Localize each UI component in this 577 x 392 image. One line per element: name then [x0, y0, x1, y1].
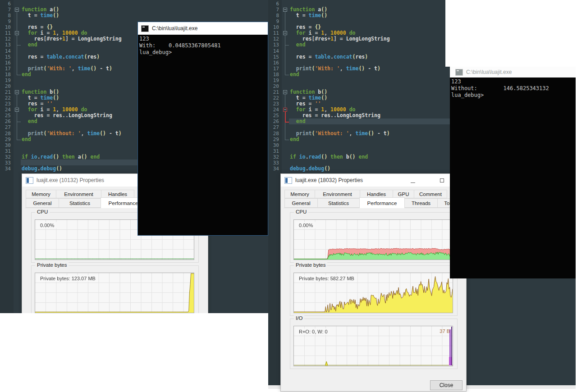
code-token: end — [296, 118, 306, 124]
line-number: 34 — [268, 166, 279, 172]
fold-marker[interactable] — [15, 90, 19, 94]
code-line: t = time() — [22, 95, 59, 101]
code-token: function — [290, 6, 315, 13]
code-token: res — [302, 112, 312, 119]
line-number: 10 — [268, 24, 279, 30]
code-token: LongLongString — [337, 112, 380, 119]
line-number: 11 — [268, 30, 279, 36]
code-token: () — [358, 65, 365, 72]
code-token: - — [365, 65, 374, 72]
line-number: 24 — [0, 107, 11, 113]
code-token: [# — [311, 36, 318, 42]
code-token: () — [53, 12, 59, 18]
code-token: res — [318, 36, 327, 42]
tab-statistics[interactable]: Statistics — [317, 198, 360, 208]
code-token: print — [296, 130, 312, 137]
group-label: CPU — [35, 209, 50, 214]
code-token: = — [312, 30, 321, 36]
code-token — [290, 12, 296, 18]
tab-environment[interactable]: Environment — [56, 190, 101, 198]
code-token: = — [306, 100, 315, 107]
code-token — [22, 24, 28, 30]
code-token: io — [31, 154, 37, 160]
code-token: - — [106, 130, 115, 137]
code-token: 'Without: ' — [315, 130, 349, 137]
line-number: 29 — [268, 137, 279, 142]
line-number: 23 — [268, 101, 279, 107]
code-token: t — [106, 65, 109, 72]
code-token: = — [312, 106, 321, 113]
tab-general[interactable]: General — [284, 198, 318, 208]
code-token: () — [321, 12, 327, 18]
terminal-screen[interactable]: 123With: 0.04853367805481lua_debug> — [138, 35, 268, 235]
code-token: io — [299, 154, 306, 160]
line-number: 21 — [268, 89, 279, 95]
code-token — [22, 36, 34, 42]
line-number: 12 — [268, 36, 279, 42]
line-number: 27 — [0, 124, 11, 130]
code-token: . — [306, 154, 309, 160]
code-token: i — [41, 106, 44, 113]
code-token: .. — [330, 112, 337, 119]
properties-window-18032: luajit.exe (18032) Properties MemoryEnvi… — [280, 173, 467, 392]
code-token: time — [309, 95, 321, 101]
line-number: 26 — [268, 119, 279, 124]
line-number: 8 — [268, 13, 279, 18]
code-token: 'With: ' — [315, 65, 339, 72]
fold-marker[interactable] — [15, 31, 19, 35]
minimize-button[interactable] — [406, 177, 420, 184]
fold-marker[interactable] — [283, 31, 287, 35]
code-token: , — [324, 106, 330, 113]
tab-general[interactable]: General — [26, 198, 59, 208]
console-window-without: C:\bin\lua\luajit.exe 123Without: 146.58… — [450, 67, 576, 278]
code-token: res — [34, 112, 44, 119]
terminal-screen[interactable]: 123Without: 146.5825343132lua_debug> — [450, 77, 576, 278]
private-bytes-graph: Private bytes: 582.27 MB — [293, 273, 453, 313]
code-token: read — [309, 154, 321, 160]
console-window-with: C:\bin\lua\luajit.exe 123With: 0.0485336… — [137, 22, 268, 236]
fold-marker[interactable] — [15, 8, 19, 12]
code-token — [75, 154, 78, 160]
line-number: 15 — [0, 54, 11, 60]
window-titlebar[interactable]: C:\bin\lua\luajit.exe — [450, 67, 576, 77]
code-token: 'With: ' — [46, 65, 71, 72]
code-token: . — [37, 154, 41, 160]
tab-memory[interactable]: Memory — [284, 190, 315, 198]
window-titlebar[interactable]: C:\bin\lua\luajit.exe — [138, 22, 268, 35]
code-token — [22, 130, 28, 137]
tab-statistics[interactable]: Statistics — [59, 198, 101, 208]
background-window — [445, 0, 577, 67]
fold-marker[interactable] — [283, 108, 287, 112]
code-token: () — [321, 154, 327, 160]
line-number: 16 — [268, 60, 279, 66]
line-number: 30 — [268, 142, 279, 148]
fold-marker[interactable] — [15, 108, 19, 112]
code-token: LongLongString — [78, 36, 122, 42]
graph-value-label: R+O: 0, W: 0 — [296, 328, 330, 335]
code-token: LongLongString — [346, 36, 390, 42]
fold-line-end — [285, 140, 289, 140]
window-title: luajit.exe (10132) Properties — [37, 177, 104, 183]
tab-threads[interactable]: Threads — [404, 198, 438, 208]
tab-comment[interactable]: Comment — [414, 190, 447, 198]
fold-line-end — [17, 45, 21, 46]
code-token: print — [296, 65, 312, 72]
code-line: function b() — [290, 89, 327, 95]
close-button[interactable]: Close — [430, 380, 463, 390]
code-line: if io.read() then a() end — [22, 154, 100, 160]
maximize-button[interactable] — [435, 177, 449, 184]
code-token: LongLongString — [69, 112, 112, 119]
code-line: for i = 1, 10000 do — [290, 107, 356, 113]
fold-marker[interactable] — [283, 8, 287, 12]
code-line: end — [290, 42, 306, 48]
code-token: function — [22, 6, 46, 13]
code-token — [290, 112, 302, 119]
fold-marker[interactable] — [283, 90, 287, 94]
tab-environment[interactable]: Environment — [315, 190, 360, 198]
tab-memory[interactable]: Memory — [26, 190, 56, 198]
fold-line-end — [17, 75, 21, 75]
code-token: end — [28, 41, 37, 48]
code-line: debug.debug() — [290, 166, 330, 172]
tab-performance[interactable]: Performance — [359, 197, 405, 208]
code-line: function b() — [22, 89, 59, 95]
